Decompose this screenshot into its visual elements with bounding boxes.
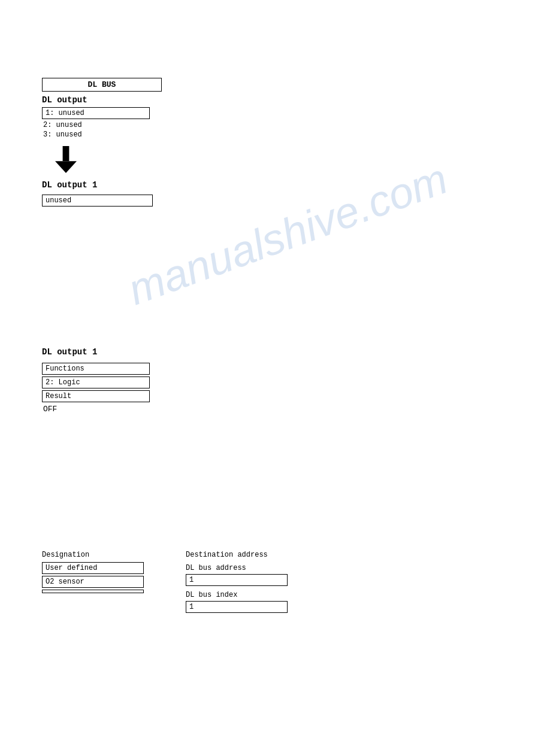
destination-address-label: Destination address <box>186 551 294 559</box>
designation-item-2[interactable]: O2 sensor <box>42 576 144 588</box>
page-container: manualshive.com DL BUS DL output 1: unus… <box>0 0 535 756</box>
result-button[interactable]: Result <box>42 390 150 402</box>
bottom-section: Designation User defined O2 sensor Desti… <box>42 551 294 615</box>
arrow-down <box>54 146 162 173</box>
svg-marker-1 <box>55 161 77 173</box>
watermark: manualshive.com <box>122 154 454 315</box>
arrow-down-icon <box>54 146 78 173</box>
dl-bus-header: DL BUS <box>42 78 162 92</box>
dl-output-label: DL output <box>42 95 162 105</box>
destination-col: Destination address DL bus address 1 DL … <box>186 551 294 615</box>
designation-label: Designation <box>42 551 150 559</box>
svg-rect-0 <box>63 146 69 161</box>
designation-col: Designation User defined O2 sensor <box>42 551 150 615</box>
unused-input[interactable]: unused <box>42 195 153 207</box>
dl-bus-index-label: DL bus index <box>186 591 294 599</box>
designation-item-3[interactable] <box>42 590 144 593</box>
functions-button[interactable]: Functions <box>42 363 150 375</box>
dl-output1-section: DL output 1 Functions 2: Logic Result OF… <box>42 347 162 414</box>
designation-item-1[interactable]: User defined <box>42 562 144 574</box>
dl-bus-address-input[interactable]: 1 <box>186 574 288 586</box>
dl-bus-index-input[interactable]: 1 <box>186 601 288 613</box>
logic-button[interactable]: 2: Logic <box>42 377 150 388</box>
dl-bus-address-label: DL bus address <box>186 564 294 572</box>
dl-output1-title: DL output 1 <box>42 347 162 357</box>
dl-bus-section: DL BUS DL output 1: unused 2: unused 3: … <box>42 78 162 208</box>
off-label: OFF <box>42 405 162 414</box>
dl-output-item-1[interactable]: 1: unused <box>42 107 150 119</box>
dl-output-item-3: 3: unused <box>42 130 162 139</box>
dl-output-item-2: 2: unused <box>42 121 162 129</box>
dl-output-1-title: DL output 1 <box>42 180 162 190</box>
